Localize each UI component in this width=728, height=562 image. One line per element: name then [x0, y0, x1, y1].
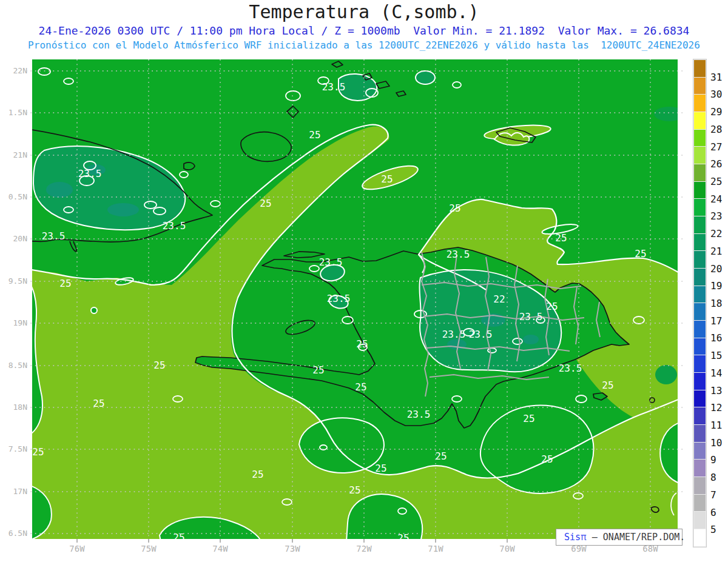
- colorbar-tick-label: 13: [710, 385, 728, 396]
- contour-label: 23.5: [519, 311, 543, 323]
- colorbar-cell: [694, 78, 706, 95]
- contour-label: 23.5: [407, 409, 431, 420]
- colorbar-tick-label: 31: [710, 72, 728, 83]
- contour-label: 22: [493, 293, 505, 305]
- colorbar-tick-label: 28: [710, 124, 728, 135]
- colorbar-cell: [694, 251, 706, 268]
- colorbar-tick-label: 7: [710, 489, 728, 501]
- colorbar-cell: [694, 477, 706, 494]
- page-title: Temperatura (C,somb.): [0, 1, 728, 22]
- colorbar-cell: [694, 112, 706, 129]
- contour-label: 25: [153, 360, 165, 371]
- subtitle-valid-time: 24-Ene-2026 0300 UTC / 11:00 pm Hora Loc…: [0, 24, 728, 37]
- colorbar-cell: [694, 355, 706, 372]
- colorbar-cell: [694, 443, 706, 460]
- lat-tick-label: 18N: [0, 403, 27, 412]
- contour-label: 25: [309, 129, 320, 141]
- contour-label: 25: [555, 232, 567, 244]
- colorbar-cell: [694, 199, 706, 216]
- branding-box: Sisπ — ONAMET/REP.DOM.: [556, 529, 682, 546]
- branding-agency: — ONAMET/REP.DOM.: [587, 532, 686, 543]
- colorbar-cell: [694, 95, 706, 112]
- colorbar-tick-label: 24: [710, 193, 728, 205]
- contour-label: 25: [397, 532, 409, 544]
- colorbar-cell: [694, 303, 706, 320]
- colorbar-cell: [694, 269, 706, 286]
- colorbar-tick-label: 14: [710, 367, 728, 379]
- contour-label: 25: [375, 463, 386, 474]
- colorbar-tick-label: 29: [710, 106, 728, 118]
- lat-tick-label: 8.5N: [0, 361, 27, 370]
- colorbar-cell: [694, 234, 706, 251]
- lat-tick-label: 20N: [0, 234, 27, 243]
- contour-label: 23.5: [559, 363, 582, 374]
- subtitle-model-info: Pronóstico con el Modelo Atmósferico WRF…: [0, 39, 728, 51]
- colorbar-cell: [694, 147, 706, 164]
- colorbar-tick-label: 8: [710, 472, 728, 483]
- contour-label: 25: [32, 446, 44, 458]
- lat-tick-label: 17N: [0, 487, 27, 496]
- contour-label: 25: [435, 450, 447, 462]
- colorbar-tick-label: 17: [710, 315, 728, 327]
- lon-tick-label: 74W: [202, 544, 238, 554]
- weather-map: 23.523.523.523.523.523.523.523.523.523.5…: [32, 59, 678, 539]
- lat-tick-label: 22N: [0, 66, 27, 75]
- contour-label: 25: [381, 173, 393, 185]
- colorbar-cell: [694, 182, 706, 199]
- lon-tick-label: 75W: [130, 544, 167, 554]
- colorbar-cell: [694, 130, 706, 147]
- lon-tick-label: 76W: [59, 544, 95, 554]
- contour-label: 25: [252, 469, 263, 480]
- colorbar-tick-label: 18: [710, 298, 728, 309]
- contour-label: 25: [312, 364, 324, 376]
- lon-tick-label: 72W: [346, 544, 382, 554]
- lat-tick-label: 1.5N: [0, 108, 27, 117]
- contour-label: 25: [602, 380, 613, 391]
- contour-label: 25: [449, 202, 460, 214]
- colorbar-tick-label: 30: [710, 89, 728, 100]
- colorbar-tick-label: 5: [710, 524, 728, 535]
- colorbar-cell: [694, 338, 706, 355]
- colorbar-tick-label: 20: [710, 263, 728, 275]
- colorbar-tick-label: 11: [710, 420, 728, 431]
- colorbar-cell: [694, 512, 706, 529]
- colorbar-cell: [694, 321, 706, 338]
- colorbar-cell: [694, 529, 706, 546]
- lat-tick-label: 19N: [0, 318, 27, 327]
- lat-tick-label: 6.5N: [0, 529, 27, 538]
- colorbar-tick-label: 15: [710, 350, 728, 361]
- contour-label: 23.5: [447, 249, 470, 260]
- lon-tick-label: 73W: [274, 544, 311, 554]
- contour-label: 25: [355, 381, 366, 393]
- colorbar-tick-label: 25: [710, 176, 728, 187]
- colorbar-tick-label: 10: [710, 437, 728, 449]
- lon-tick-label: 71W: [417, 544, 454, 554]
- colorbar-tick-label: 26: [710, 158, 728, 170]
- contour-label: 23.5: [319, 256, 343, 268]
- lat-tick-label: 7.5N: [0, 444, 27, 453]
- colorbar-cell: [694, 60, 706, 77]
- colorbar-tick-label: 21: [710, 246, 728, 257]
- contour-label: 25: [541, 453, 553, 465]
- colorbar-cell: [694, 216, 706, 233]
- contour-label: 23.5: [322, 81, 346, 93]
- colorbar-cell: [694, 495, 706, 512]
- colorbar-tick-label: 23: [710, 210, 728, 222]
- contour-label: 25: [546, 301, 558, 312]
- lat-tick-label: 0.5N: [0, 192, 27, 201]
- colorbar-tick-label: 6: [710, 507, 728, 518]
- colorbar: [693, 59, 707, 547]
- colorbar-cell: [694, 407, 706, 424]
- contour-label: 25: [349, 484, 360, 496]
- colorbar-tick-label: 19: [710, 280, 728, 292]
- colorbar-tick-label: 16: [710, 332, 728, 344]
- contour-label: 23.5: [442, 329, 466, 340]
- lat-tick-label: 9.5N: [0, 276, 27, 286]
- lon-tick-label: 70W: [489, 544, 525, 554]
- contour-label: 23.5: [42, 230, 66, 242]
- colorbar-cell: [694, 373, 706, 390]
- colorbar-cell: [694, 390, 706, 407]
- contour-label: 23.5: [469, 329, 493, 340]
- colorbar-cell: [694, 286, 706, 303]
- pi-symbol: π: [581, 531, 587, 543]
